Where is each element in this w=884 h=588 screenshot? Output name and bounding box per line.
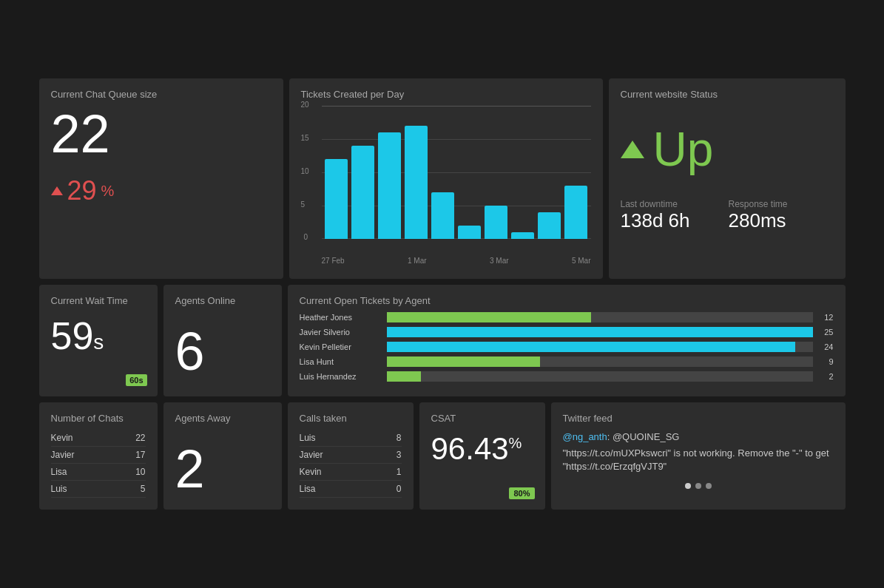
- agents-online-title: Agents Online: [175, 295, 270, 306]
- csat-title: CSAT: [431, 413, 533, 424]
- chat-name: Javier: [51, 450, 75, 460]
- ticket-agent-name: Heather Jones: [300, 313, 381, 322]
- ticket-agent-name: Luis Hernandez: [300, 372, 381, 381]
- chat-value: 10: [135, 467, 145, 477]
- chat-queue-card: Current Chat Queue size 22 29%: [39, 78, 283, 279]
- bar-4: [405, 126, 428, 239]
- row-2: Current Wait Time 59s 60s Agents Online …: [39, 285, 846, 396]
- call-name: Javier: [300, 450, 323, 460]
- ticket-bar-bg: [387, 327, 813, 337]
- number-of-chats-card: Number of Chats Kevin22Javier17Lisa10Lui…: [39, 402, 158, 510]
- calls-taken-title: Calls taken: [300, 413, 402, 424]
- status-value: Up: [653, 122, 714, 177]
- dot-2[interactable]: [695, 483, 701, 489]
- ticket-bar-bg: [387, 342, 813, 352]
- ticket-row: Luis Hernandez 2: [300, 371, 834, 382]
- percent-sign: %: [101, 183, 115, 200]
- wait-time-card: Current Wait Time 59s 60s: [39, 285, 158, 396]
- chat-name: Kevin: [51, 433, 73, 443]
- bar-5: [431, 192, 454, 239]
- response-time-section: Response time 280ms: [729, 199, 834, 232]
- csat-unit: %: [509, 435, 522, 451]
- chat-name: Luis: [51, 484, 67, 494]
- dot-1[interactable]: [685, 483, 691, 489]
- chat-list-row: Luis5: [51, 481, 146, 498]
- ticket-bar-fill: [387, 356, 540, 367]
- call-name: Kevin: [300, 467, 322, 477]
- ticket-bar-bg: [387, 312, 813, 322]
- ticket-bar-bg: [387, 371, 813, 382]
- twitter-handle[interactable]: @ng_anth: [563, 431, 607, 442]
- twitter-card: Twitter feed @ng_anth: @QUOINE_SG "https…: [551, 402, 846, 510]
- bar-8: [511, 232, 534, 239]
- ticket-bar-fill: [387, 327, 813, 337]
- ticket-row: Kevin Pelletier 24: [300, 342, 834, 352]
- ticket-bar-bg: [387, 356, 813, 367]
- tickets-chart-title: Tickets Created per Day: [301, 89, 591, 100]
- ticket-count: 2: [819, 372, 834, 381]
- calls-taken-card: Calls taken Luis8Javier3Kevin1Lisa0: [288, 402, 414, 510]
- calls-row: Kevin1: [300, 464, 402, 481]
- call-name: Luis: [300, 433, 316, 443]
- number-of-chats-title: Number of Chats: [51, 413, 146, 424]
- twitter-content: @ng_anth: @QUOINE_SG "https://t.co/mUXPk…: [563, 430, 834, 474]
- ticket-rows: Heather Jones 12 Javier Silverio 25 Kevi…: [300, 312, 834, 382]
- chat-list-row: Javier17: [51, 447, 146, 464]
- dot-3[interactable]: [706, 483, 712, 489]
- chat-queue-value: 22: [51, 107, 271, 160]
- call-name: Lisa: [300, 484, 316, 494]
- agents-online-value: 6: [175, 321, 270, 382]
- call-value: 3: [397, 450, 402, 460]
- status-meta: Last downtime 138d 6h Response time 280m…: [621, 199, 834, 232]
- chat-queue-title: Current Chat Queue size: [51, 89, 271, 100]
- bar-10: [564, 186, 587, 239]
- twitter-title: Twitter feed: [563, 413, 834, 424]
- x-label-4: 5 Mar: [572, 257, 591, 265]
- bar-6: [458, 226, 481, 239]
- tickets-chart-container: 20 15 10 5 0: [301, 106, 591, 268]
- ticket-row: Heather Jones 12: [300, 312, 834, 322]
- arrow-up-red-icon: [51, 186, 63, 195]
- website-status-title: Current website Status: [621, 89, 834, 100]
- agents-away-title: Agents Away: [175, 413, 270, 424]
- twitter-body: "https://t.co/mUXPkswcri" is not working…: [563, 447, 834, 473]
- arrow-up-green-icon: [621, 141, 644, 158]
- tickets-chart-card: Tickets Created per Day 20 15 10 5 0: [289, 78, 603, 279]
- x-label-1: 27 Feb: [322, 257, 345, 265]
- wait-time-title: Current Wait Time: [51, 295, 146, 306]
- agents-away-value: 2: [175, 439, 270, 499]
- chat-rows: Kevin22Javier17Lisa10Luis5: [51, 430, 146, 498]
- website-status-card: Current website Status Up Last downtime …: [609, 78, 846, 279]
- ticket-count: 24: [819, 342, 834, 351]
- x-label-2: 1 Mar: [408, 257, 427, 265]
- csat-badge: 80%: [509, 487, 534, 499]
- call-value: 8: [397, 433, 402, 443]
- ticket-count: 12: [819, 313, 834, 322]
- ticket-bar-fill: [387, 312, 591, 322]
- ticket-count: 25: [819, 328, 834, 337]
- response-time-value: 280ms: [729, 209, 834, 232]
- open-tickets-card: Current Open Tickets by Agent Heather Jo…: [288, 285, 846, 396]
- chat-name: Lisa: [51, 467, 67, 477]
- call-value: 1: [397, 467, 402, 477]
- ticket-bar-fill: [387, 342, 796, 352]
- bar-7: [485, 206, 507, 239]
- calls-rows: Luis8Javier3Kevin1Lisa0: [300, 430, 402, 498]
- ticket-row: Javier Silverio 25: [300, 327, 834, 337]
- chat-list-row: Kevin22: [51, 430, 146, 447]
- last-downtime-label: Last downtime: [621, 199, 726, 209]
- calls-row: Lisa0: [300, 481, 402, 498]
- chat-value: 22: [135, 433, 145, 443]
- bar-2: [351, 146, 374, 239]
- chat-queue-change: 29%: [51, 175, 271, 206]
- bar-9: [538, 212, 561, 239]
- last-downtime-value: 138d 6h: [621, 209, 726, 232]
- ticket-agent-name: Kevin Pelletier: [300, 342, 381, 351]
- calls-row: Javier3: [300, 447, 402, 464]
- wait-time-value: 59s: [51, 314, 146, 358]
- twitter-colon: : @QUOINE_SG: [607, 431, 680, 442]
- ticket-bar-fill: [387, 371, 421, 382]
- pagination-dots: [563, 483, 834, 489]
- agents-away-card: Agents Away 2: [163, 402, 282, 510]
- ticket-row: Lisa Hunt 9: [300, 356, 834, 367]
